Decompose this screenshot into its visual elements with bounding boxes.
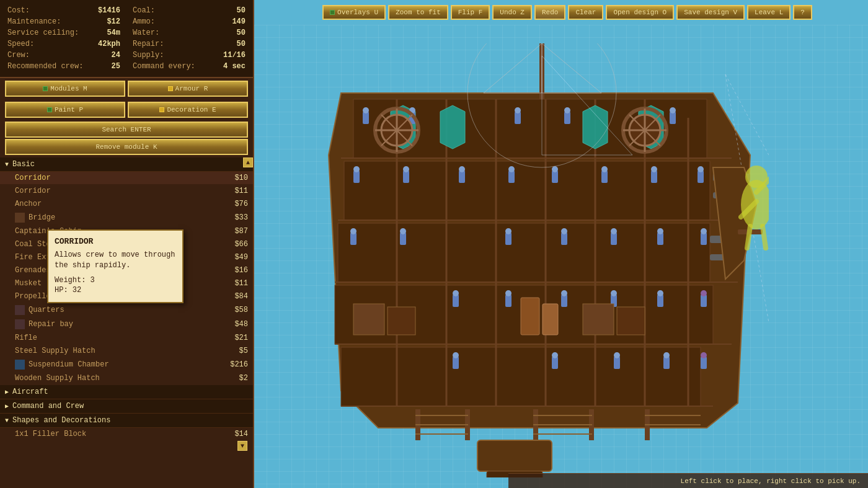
toolbar: Overlays U Zoom to fit Flip F Undo Z Red… [267,0,868,25]
svg-point-67 [561,290,567,296]
category-aircraft[interactable]: ▶ Aircraft [0,385,253,399]
svg-marker-103 [542,43,601,93]
leave-button[interactable]: Leave L [747,5,790,20]
remove-module-bar[interactable]: Remove module K [5,139,248,155]
svg-point-27 [515,107,521,113]
basic-expand-arrow: ▼ [5,161,9,168]
redo-button[interactable]: Redo [534,5,565,20]
svg-point-39 [508,166,515,172]
status-text: Left click to place, right click to pick… [681,477,861,485]
svg-point-69 [611,290,617,296]
panel-row-2: Paint P Decoration E [0,99,253,120]
svg-point-61 [701,228,707,234]
category-shapes-decorations[interactable]: ▼ Shapes and Decorations [0,414,253,428]
category-command-crew[interactable]: ▶ Command and Crew [0,399,253,414]
item-icon [15,305,25,315]
list-item[interactable]: Anchor $76 [0,198,253,211]
stat-ammo: Ammo: 149 [133,16,246,27]
open-design-button[interactable]: Open design O [606,5,674,20]
stat-command-every: Command every: 4 sec [133,61,246,72]
svg-rect-86 [353,304,384,335]
save-design-button[interactable]: Save design V [676,5,745,20]
stat-coal: Coal: 50 [133,5,246,16]
list-item[interactable]: Wooden Supply Hatch $2 [0,372,253,385]
svg-line-133 [747,226,750,248]
svg-marker-20 [583,105,608,149]
stats-grid: Cost: $1416 Maintenance: $12 Service cei… [7,5,246,72]
svg-rect-87 [388,307,415,335]
clear-button[interactable]: Clear [568,5,603,20]
svg-rect-89 [617,307,645,335]
tooltip-title: CORRIDOR [55,237,176,246]
corridor-tooltip: CORRIDOR Allows crew to move through the… [47,229,184,303]
list-item[interactable]: Bridge $33 [0,211,253,225]
stat-speed: Speed: 42kph [7,38,120,50]
svg-point-33 [353,166,360,172]
svg-point-79 [614,352,620,358]
zoom-to-fit-button[interactable]: Zoom to fit [388,5,448,20]
stat-repair: Repair: 50 [133,38,246,50]
search-bar[interactable]: Search ENTER [5,122,248,138]
list-item[interactable]: 1x1 Filler Block $14 [0,428,253,441]
modules-button[interactable]: Modules M [5,81,125,97]
svg-rect-5 [341,347,701,406]
item-icon [15,319,25,329]
list-item[interactable]: Corridor $10 [0,172,253,185]
stat-crew: Crew: 24 [7,50,120,61]
svg-point-31 [670,107,676,113]
stats-left: Cost: $1416 Maintenance: $12 Service cei… [7,5,120,72]
panel-row-1: Modules M Armour R [0,78,253,99]
list-item[interactable]: Corridor $11 [0,185,253,198]
svg-point-51 [400,228,406,234]
stat-recommended-crew: Recommended crew: 25 [7,61,120,72]
list-item[interactable]: Repair bay $48 [0,317,253,332]
list-item[interactable]: Suspendium Chamber $216 [0,358,253,372]
decoration-button[interactable]: Decoration E [128,102,248,118]
svg-rect-3 [338,223,710,282]
svg-point-57 [611,228,617,234]
list-item[interactable]: Rifle $21 [0,332,253,345]
tooltip-weight: Weight: 3 [55,276,176,285]
svg-point-47 [698,166,704,172]
svg-point-77 [552,352,558,358]
module-list[interactable]: ▲ ▼ Basic Corridor $10 Corridor $11 Anch… [0,157,253,488]
svg-point-43 [601,166,608,172]
ship-display [304,43,769,477]
list-item[interactable]: Quarters $58 [0,303,253,317]
svg-point-41 [552,166,558,172]
armour-indicator [168,86,173,91]
svg-point-29 [564,107,570,113]
stat-water: Water: 50 [133,27,246,38]
list-item[interactable]: Steel Supply Hatch $5 [0,345,253,358]
svg-point-71 [657,290,663,296]
svg-rect-85 [542,304,558,335]
svg-point-45 [651,166,657,172]
aircraft-expand-arrow: ▶ [5,388,9,396]
category-basic[interactable]: ▼ Basic [0,157,253,172]
stat-cost: Cost: $1416 [7,5,120,16]
stat-maintenance: Maintenance: $12 [7,16,120,27]
undo-button[interactable]: Undo Z [492,5,532,20]
paint-button[interactable]: Paint P [5,102,125,118]
svg-point-83 [701,352,707,358]
svg-point-59 [657,228,663,234]
stats-right: Coal: 50 Ammo: 149 Water: 50 Repair: 50 … [133,5,246,72]
svg-point-23 [363,107,369,113]
overlays-button[interactable]: Overlays U [322,5,386,20]
svg-point-63 [453,290,459,296]
svg-marker-19 [440,105,465,149]
scroll-up-arrow[interactable]: ▲ [243,157,253,167]
armour-button[interactable]: Armour R [128,81,248,97]
shapes-expand-arrow: ▼ [5,417,9,424]
modules-indicator [43,86,48,91]
svg-point-55 [561,228,567,234]
svg-point-53 [505,228,512,234]
stats-area: Cost: $1416 Maintenance: $12 Service cei… [0,0,253,78]
scroll-down-arrow[interactable]: ▼ [237,441,247,451]
design-canvas[interactable]: Left click to place, right click to pick… [254,25,868,488]
svg-point-81 [663,352,670,358]
stat-supply: Supply: 11/16 [133,50,246,61]
help-button[interactable]: ? [793,5,812,20]
flip-button[interactable]: Flip F [451,5,490,20]
item-icon [15,360,25,370]
